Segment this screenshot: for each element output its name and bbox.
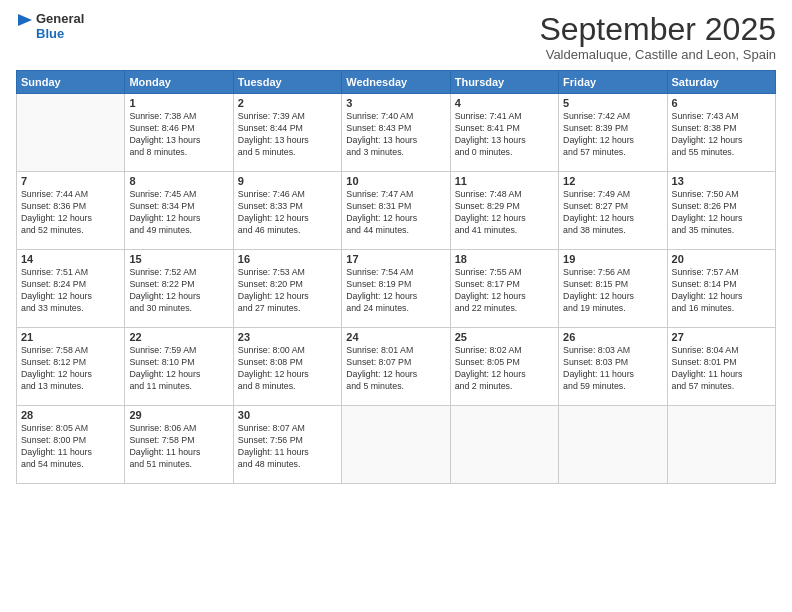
sunset-text: Sunset: 8:46 PM — [129, 123, 194, 133]
day-number: 17 — [346, 253, 445, 265]
daylight-text: and 8 minutes. — [238, 381, 296, 391]
day-info: Sunrise: 8:02 AMSunset: 8:05 PMDaylight:… — [455, 345, 554, 393]
calendar-cell: 5Sunrise: 7:42 AMSunset: 8:39 PMDaylight… — [559, 94, 667, 172]
sunrise-text: Sunrise: 7:46 AM — [238, 189, 305, 199]
day-info: Sunrise: 7:40 AMSunset: 8:43 PMDaylight:… — [346, 111, 445, 159]
sunset-text: Sunset: 8:43 PM — [346, 123, 411, 133]
daylight-text: and 24 minutes. — [346, 303, 409, 313]
sunset-text: Sunset: 7:58 PM — [129, 435, 194, 445]
calendar-cell: 10Sunrise: 7:47 AMSunset: 8:31 PMDayligh… — [342, 172, 450, 250]
day-info: Sunrise: 8:04 AMSunset: 8:01 PMDaylight:… — [672, 345, 771, 393]
sunrise-text: Sunrise: 7:44 AM — [21, 189, 88, 199]
daylight-text: Daylight: 13 hours — [346, 135, 417, 145]
day-number: 8 — [129, 175, 228, 187]
calendar-cell: 27Sunrise: 8:04 AMSunset: 8:01 PMDayligh… — [667, 328, 775, 406]
day-info: Sunrise: 7:44 AMSunset: 8:36 PMDaylight:… — [21, 189, 120, 237]
calendar-cell: 17Sunrise: 7:54 AMSunset: 8:19 PMDayligh… — [342, 250, 450, 328]
day-number: 6 — [672, 97, 771, 109]
day-number: 7 — [21, 175, 120, 187]
daylight-text: Daylight: 12 hours — [563, 291, 634, 301]
daylight-text: Daylight: 11 hours — [672, 369, 743, 379]
calendar-body: 1Sunrise: 7:38 AMSunset: 8:46 PMDaylight… — [17, 94, 776, 484]
day-info: Sunrise: 7:51 AMSunset: 8:24 PMDaylight:… — [21, 267, 120, 315]
calendar-cell: 20Sunrise: 7:57 AMSunset: 8:14 PMDayligh… — [667, 250, 775, 328]
sunrise-text: Sunrise: 7:55 AM — [455, 267, 522, 277]
daylight-text: Daylight: 12 hours — [346, 213, 417, 223]
day-info: Sunrise: 7:54 AMSunset: 8:19 PMDaylight:… — [346, 267, 445, 315]
logo-flag-icon — [16, 12, 34, 42]
day-number: 5 — [563, 97, 662, 109]
sunset-text: Sunset: 8:39 PM — [563, 123, 628, 133]
day-info: Sunrise: 7:46 AMSunset: 8:33 PMDaylight:… — [238, 189, 337, 237]
daylight-text: Daylight: 12 hours — [672, 291, 743, 301]
sunrise-text: Sunrise: 7:49 AM — [563, 189, 630, 199]
day-info: Sunrise: 7:39 AMSunset: 8:44 PMDaylight:… — [238, 111, 337, 159]
calendar-cell: 14Sunrise: 7:51 AMSunset: 8:24 PMDayligh… — [17, 250, 125, 328]
daylight-text: Daylight: 13 hours — [129, 135, 200, 145]
month-title: September 2025 — [539, 12, 776, 47]
sunrise-text: Sunrise: 7:53 AM — [238, 267, 305, 277]
daylight-text: Daylight: 13 hours — [455, 135, 526, 145]
calendar-week-row: 1Sunrise: 7:38 AMSunset: 8:46 PMDaylight… — [17, 94, 776, 172]
daylight-text: and 3 minutes. — [346, 147, 404, 157]
daylight-text: and 27 minutes. — [238, 303, 301, 313]
sunrise-text: Sunrise: 7:41 AM — [455, 111, 522, 121]
day-info: Sunrise: 7:50 AMSunset: 8:26 PMDaylight:… — [672, 189, 771, 237]
day-number: 19 — [563, 253, 662, 265]
daylight-text: Daylight: 12 hours — [238, 213, 309, 223]
sunrise-text: Sunrise: 7:45 AM — [129, 189, 196, 199]
calendar-cell: 30Sunrise: 8:07 AMSunset: 7:56 PMDayligh… — [233, 406, 341, 484]
daylight-text: and 51 minutes. — [129, 459, 192, 469]
day-number: 30 — [238, 409, 337, 421]
sunrise-text: Sunrise: 7:51 AM — [21, 267, 88, 277]
day-info: Sunrise: 8:00 AMSunset: 8:08 PMDaylight:… — [238, 345, 337, 393]
daylight-text: and 16 minutes. — [672, 303, 735, 313]
calendar-cell: 29Sunrise: 8:06 AMSunset: 7:58 PMDayligh… — [125, 406, 233, 484]
sunset-text: Sunset: 8:38 PM — [672, 123, 737, 133]
sunrise-text: Sunrise: 7:39 AM — [238, 111, 305, 121]
sunset-text: Sunset: 7:56 PM — [238, 435, 303, 445]
daylight-text: Daylight: 11 hours — [129, 447, 200, 457]
day-info: Sunrise: 8:05 AMSunset: 8:00 PMDaylight:… — [21, 423, 120, 471]
sunset-text: Sunset: 8:44 PM — [238, 123, 303, 133]
day-number: 12 — [563, 175, 662, 187]
sunset-text: Sunset: 8:41 PM — [455, 123, 520, 133]
sunrise-text: Sunrise: 7:40 AM — [346, 111, 413, 121]
day-info: Sunrise: 7:59 AMSunset: 8:10 PMDaylight:… — [129, 345, 228, 393]
daylight-text: Daylight: 12 hours — [129, 213, 200, 223]
daylight-text: Daylight: 12 hours — [455, 213, 526, 223]
daylight-text: Daylight: 12 hours — [21, 369, 92, 379]
calendar-cell: 26Sunrise: 8:03 AMSunset: 8:03 PMDayligh… — [559, 328, 667, 406]
day-number: 25 — [455, 331, 554, 343]
sunset-text: Sunset: 8:00 PM — [21, 435, 86, 445]
sunrise-text: Sunrise: 7:57 AM — [672, 267, 739, 277]
daylight-text: Daylight: 12 hours — [672, 213, 743, 223]
sunrise-text: Sunrise: 8:06 AM — [129, 423, 196, 433]
calendar-cell — [17, 94, 125, 172]
daylight-text: Daylight: 12 hours — [238, 291, 309, 301]
sunrise-text: Sunrise: 7:58 AM — [21, 345, 88, 355]
calendar-cell: 8Sunrise: 7:45 AMSunset: 8:34 PMDaylight… — [125, 172, 233, 250]
sunset-text: Sunset: 8:29 PM — [455, 201, 520, 211]
sunset-text: Sunset: 8:14 PM — [672, 279, 737, 289]
daylight-text: and 30 minutes. — [129, 303, 192, 313]
header-friday: Friday — [559, 71, 667, 94]
calendar-week-row: 7Sunrise: 7:44 AMSunset: 8:36 PMDaylight… — [17, 172, 776, 250]
day-info: Sunrise: 8:01 AMSunset: 8:07 PMDaylight:… — [346, 345, 445, 393]
calendar-week-row: 21Sunrise: 7:58 AMSunset: 8:12 PMDayligh… — [17, 328, 776, 406]
location-subtitle: Valdemaluque, Castille and Leon, Spain — [539, 47, 776, 62]
daylight-text: and 59 minutes. — [563, 381, 626, 391]
calendar-cell: 13Sunrise: 7:50 AMSunset: 8:26 PMDayligh… — [667, 172, 775, 250]
day-info: Sunrise: 7:55 AMSunset: 8:17 PMDaylight:… — [455, 267, 554, 315]
daylight-text: and 13 minutes. — [21, 381, 84, 391]
weekday-header-row: Sunday Monday Tuesday Wednesday Thursday… — [17, 71, 776, 94]
calendar-cell: 24Sunrise: 8:01 AMSunset: 8:07 PMDayligh… — [342, 328, 450, 406]
calendar-cell: 23Sunrise: 8:00 AMSunset: 8:08 PMDayligh… — [233, 328, 341, 406]
sunrise-text: Sunrise: 7:59 AM — [129, 345, 196, 355]
sunset-text: Sunset: 8:31 PM — [346, 201, 411, 211]
day-number: 2 — [238, 97, 337, 109]
day-number: 23 — [238, 331, 337, 343]
daylight-text: Daylight: 11 hours — [238, 447, 309, 457]
day-number: 15 — [129, 253, 228, 265]
calendar-cell: 21Sunrise: 7:58 AMSunset: 8:12 PMDayligh… — [17, 328, 125, 406]
